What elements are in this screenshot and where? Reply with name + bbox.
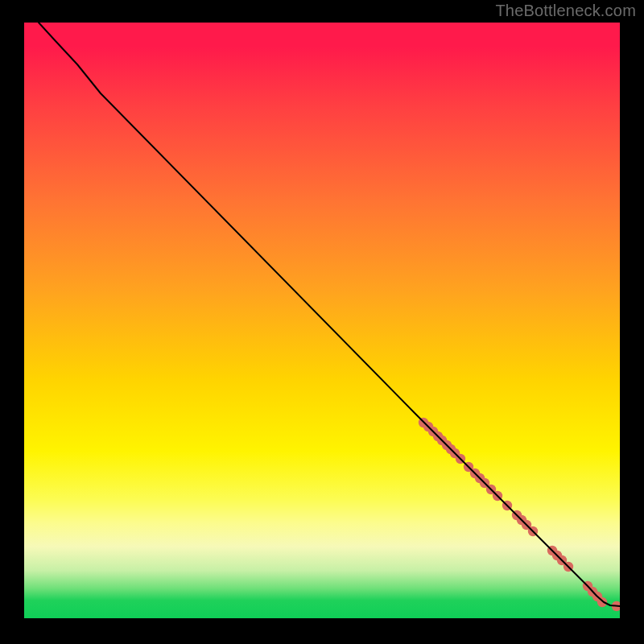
chart-stage: TheBottleneck.com — [0, 0, 644, 644]
plot-area — [24, 23, 620, 618]
bottleneck-curve — [39, 23, 620, 606]
curve-layer — [24, 23, 620, 618]
attribution-label: TheBottleneck.com — [495, 2, 636, 20]
